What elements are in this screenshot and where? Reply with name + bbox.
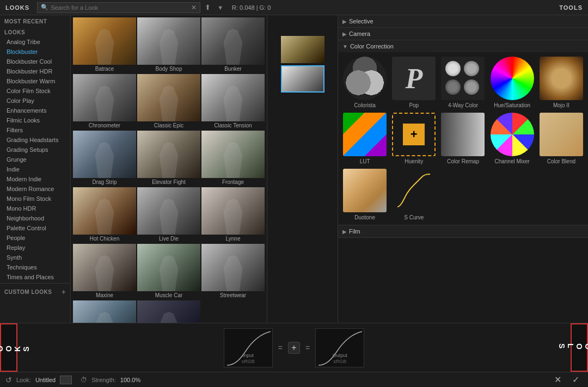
tool-label-pop: Pop — [409, 102, 419, 108]
look-name-value: Untitled — [35, 377, 56, 383]
sidebar-item-filmic-looks[interactable]: Filmic Looks — [0, 115, 70, 125]
tool-lut[interactable]: LUT — [342, 113, 387, 164]
sidebar-item-modern-romance[interactable]: Modern Romance — [0, 184, 70, 194]
look-item-batrace[interactable]: Batrace — [73, 17, 136, 73]
sidebar-item-filters[interactable]: Filters — [0, 125, 70, 135]
sidebar-item-blockbuster-cool[interactable]: Blockbuster Cool — [0, 57, 70, 66]
look-item-lynne[interactable]: Lynne — [201, 187, 265, 243]
selective-section: ▶ Selective — [338, 15, 588, 28]
strip-thumb-1[interactable] — [281, 36, 324, 63]
sidebar-item-techniques[interactable]: Techniques — [0, 262, 70, 272]
plus-button[interactable]: + — [288, 342, 300, 354]
look-item-wormhole[interactable]: Wormhole — [137, 300, 200, 323]
sidebar-item-modern-indie[interactable]: Modern Indie — [0, 174, 70, 184]
sidebar-item-neighborhood[interactable]: Neighborhood — [0, 213, 70, 223]
look-item-frontage[interactable]: Frontage — [201, 131, 265, 186]
undo-button[interactable]: ↺ — [5, 376, 12, 384]
film-label: Film — [349, 228, 360, 235]
strip-thumb-2[interactable] — [281, 65, 324, 93]
scurve-thumb — [392, 169, 436, 212]
add-custom-look-button[interactable]: + — [62, 288, 66, 296]
input-curve-box[interactable]: Input sRGB — [224, 328, 273, 367]
look-item-elevator-fight[interactable]: Elevator Fight — [137, 131, 200, 186]
close-icon[interactable]: ✕ — [191, 4, 197, 11]
tool-label-colorista: Colorista — [354, 102, 375, 108]
look-item-hot-chicken[interactable]: Hot Chicken — [73, 187, 136, 243]
look-checkbox[interactable] — [60, 376, 72, 384]
sidebar-item-grunge[interactable]: Grunge — [0, 155, 70, 164]
sidebar-item-indie[interactable]: Indie — [0, 164, 70, 174]
tool-duotone[interactable]: Duotone — [342, 169, 387, 220]
color-correction-label: Color Correction — [350, 43, 394, 50]
sidebar-item-enhancements[interactable]: Enhancements — [0, 106, 70, 115]
search-icon: 🔍 — [41, 4, 48, 11]
search-input[interactable] — [51, 4, 191, 11]
look-item-drag-strip[interactable]: Drag Strip — [73, 131, 136, 186]
camera-header[interactable]: ▶ Camera — [338, 28, 588, 40]
look-item-bunker[interactable]: Bunker — [201, 17, 265, 73]
tool-s-curve[interactable]: S Curve — [391, 169, 436, 220]
tool-mojo[interactable]: Mojo II — [539, 57, 584, 108]
sidebar-item-palette-control[interactable]: Palette Control — [0, 223, 70, 233]
look-label-live-die: Live Die — [137, 235, 200, 243]
custom-looks-header: CUSTOM LOOKS + — [0, 285, 70, 297]
selective-header[interactable]: ▶ Selective — [338, 15, 588, 27]
tool-color-remap[interactable]: Color Remap — [440, 113, 485, 164]
sidebar-item-blockbuster[interactable]: Blockbuster — [0, 47, 70, 57]
cancel-button[interactable]: ✕ — [551, 374, 565, 385]
sidebar-item-color-play[interactable]: Color Play — [0, 96, 70, 106]
sidebar-item-times-and-places[interactable]: Times and Places — [0, 272, 70, 282]
sidebar-item-mono-hdr[interactable]: Mono HDR — [0, 204, 70, 213]
tool-color-blend[interactable]: Color Blend — [539, 113, 584, 164]
output-sublabel: sRGB — [333, 359, 346, 364]
look-item-muscle-car[interactable]: Muscle Car — [137, 244, 200, 299]
tool-label-4way: 4-Way Color — [448, 102, 478, 108]
tool-colorista[interactable]: Colorista — [342, 57, 387, 108]
look-item-live-die[interactable]: Live Die — [137, 187, 200, 243]
sidebar-item-grading-setups[interactable]: Grading Setups — [0, 145, 70, 155]
tool-huenity[interactable]: + Huenity — [391, 113, 436, 164]
look-label-hot-chicken: Hot Chicken — [73, 235, 136, 243]
output-curve-box[interactable]: Output sRGB — [315, 328, 364, 367]
search-bar[interactable]: 🔍 ✕ — [37, 2, 200, 13]
strength-label: Strength: — [91, 377, 116, 383]
sidebar-item-replay[interactable]: Replay — [0, 243, 70, 253]
channel-mixer-wheel — [491, 113, 534, 156]
tool-label-lut: LUT — [360, 158, 370, 164]
tool-4way-color[interactable]: 4-Way Color — [440, 57, 485, 108]
sidebar-item-analog-tribe[interactable]: Analog Tribe — [0, 37, 70, 47]
look-item-body-shop[interactable]: Body Shop — [137, 17, 200, 73]
sidebar-item-grading-headstarts[interactable]: Grading Headstarts — [0, 135, 70, 145]
tool-label-color-remap: Color Remap — [447, 158, 479, 164]
tool-label-mojo: Mojo II — [553, 102, 569, 108]
look-item-classic-tension[interactable]: Classic Tension — [201, 74, 265, 130]
tool-channel-mixer[interactable]: Channel Mixer — [490, 113, 535, 164]
camera-section: ▶ Camera — [338, 28, 588, 40]
look-item-thames[interactable]: Thames — [73, 300, 136, 323]
tool-label-huenity: Huenity — [405, 158, 423, 164]
look-item-maxine[interactable]: Maxine — [73, 244, 136, 299]
tool-pop[interactable]: P Pop — [391, 57, 436, 108]
look-label-classic-tension: Classic Tension — [201, 121, 265, 130]
film-header[interactable]: ▶ Film — [338, 225, 588, 237]
look-item-chronometer[interactable]: Chronometer — [73, 74, 136, 130]
color-correction-grid: Colorista P Pop — [338, 52, 588, 225]
sidebar-item-color-film-stock[interactable]: Color Film Stock — [0, 86, 70, 96]
confirm-button[interactable]: ✓ — [569, 374, 583, 385]
equals-sign-2: = — [304, 342, 311, 353]
look-item-classic-epic[interactable]: Classic Epic — [137, 74, 200, 130]
sidebar-item-mono-film-stock[interactable]: Mono Film Stock — [0, 194, 70, 204]
color-correction-header[interactable]: ▼ Color Correction — [338, 40, 588, 52]
sidebar-item-blockbuster-hdr[interactable]: Blockbuster HDR — [0, 66, 70, 76]
look-label-lynne: Lynne — [201, 235, 265, 243]
sidebar-divider — [0, 283, 70, 284]
look-label-text: Look: — [16, 377, 31, 383]
arrow-down-icon[interactable]: ▼ — [217, 4, 223, 11]
tool-hue-saturation[interactable]: Hue/Saturation — [490, 57, 535, 108]
sidebar-item-people[interactable]: People — [0, 233, 70, 243]
sidebar-item-blockbuster-warm[interactable]: Blockbuster Warm — [0, 76, 70, 86]
sidebar-item-synth[interactable]: Synth — [0, 253, 70, 262]
look-item-streetwear[interactable]: Streetwear — [201, 244, 265, 299]
import-icon[interactable]: ⬆ — [205, 3, 211, 11]
bottom-center: Input sRGB = + = Output sRGB — [17, 328, 571, 367]
